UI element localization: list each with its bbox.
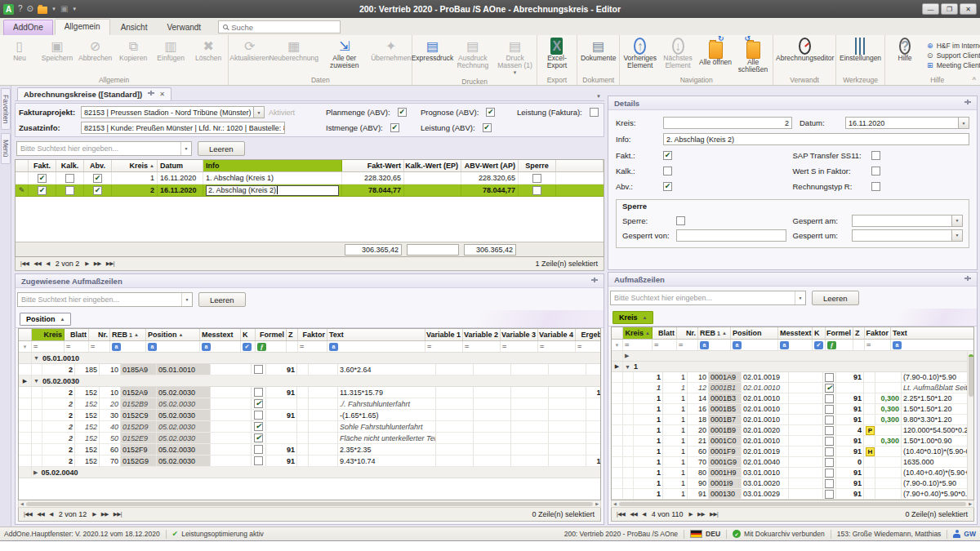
folder-dropdown-icon[interactable]: ▼: [51, 7, 56, 11]
headset-icon[interactable]: ⊙: [27, 5, 33, 13]
expand-group-icon[interactable]: ▶: [625, 353, 629, 359]
scrollbar-thumb[interactable]: [619, 502, 966, 506]
clear-search-button[interactable]: Leeren: [812, 291, 859, 305]
filter-cell-position[interactable]: a: [731, 340, 778, 350]
scroll-left-icon[interactable]: ◀: [19, 501, 25, 506]
scrollbar-thumb[interactable]: [969, 354, 973, 397]
table-row[interactable]: 11180001B702.01.0010910,3009.80*3.30*1.2…: [612, 415, 973, 425]
sidebar-tab-menue[interactable]: Menü: [1, 133, 11, 163]
abbrechen-button[interactable]: ⊘Abbrechen: [76, 36, 114, 75]
group-row[interactable]: ▼05.01.0010: [19, 353, 600, 364]
sperre-checkbox[interactable]: [532, 186, 541, 195]
chevron-down-icon[interactable]: ▼: [181, 293, 192, 306]
einfügen-button[interactable]: ▥Einfügen: [152, 36, 189, 75]
info-edit-input[interactable]: 2. Abschlag (Kreis 2): [206, 185, 339, 196]
column-header-kreis[interactable]: Kreis▲: [112, 160, 158, 171]
löschen-button[interactable]: ✖Löschen: [189, 36, 227, 75]
einstellungen-button[interactable]: Einstellungen: [837, 36, 884, 75]
row-checkbox[interactable]: [825, 426, 834, 435]
group-by-chip-kreis[interactable]: Kreis▲: [612, 311, 653, 324]
row-checkbox[interactable]: [825, 490, 834, 499]
prev-fast-button[interactable]: ◀◀: [31, 260, 43, 267]
horizontal-scrollbar[interactable]: ◀▶: [18, 500, 601, 508]
filter-cell-messtext[interactable]: a: [200, 341, 241, 352]
filter-cell-z[interactable]: [853, 340, 865, 350]
vorheriges-element-button[interactable]: ↑Vorheriges Element: [621, 36, 659, 75]
filter-cell-formel[interactable]: ƒ: [256, 341, 287, 352]
filter-cell-reb[interactable]: a: [698, 340, 731, 350]
clear-search-button[interactable]: Leeren: [198, 141, 245, 156]
column-header-var2[interactable]: Variable 2: [463, 329, 501, 340]
prev-fast-button[interactable]: ◀◀: [34, 511, 47, 518]
group-row[interactable]: ▶05.02.0040: [19, 467, 600, 478]
column-header-info[interactable]: Info: [203, 160, 342, 171]
column-header-faktor[interactable]: Faktor: [298, 329, 327, 340]
column-header-fakt-wert[interactable]: Fakt-Wert: [342, 160, 404, 171]
first-page-button[interactable]: |◀◀: [614, 511, 627, 518]
group-by-chip-position[interactable]: Position▲: [20, 313, 71, 326]
filter-cell-reb[interactable]: a: [110, 341, 146, 352]
alle-öffnen-button[interactable]: Alle öffnen: [697, 36, 734, 75]
collapse-group-icon[interactable]: ▼: [33, 378, 39, 384]
filter-cell-k[interactable]: ✔: [813, 340, 826, 350]
übernehmen-button[interactable]: ✦Übernehmen: [371, 36, 411, 75]
excel-export-button[interactable]: XExcel-Export: [538, 36, 576, 75]
row-checkbox[interactable]: [254, 388, 263, 397]
column-header-abv-wert[interactable]: ABV-Wert (AP): [461, 160, 519, 171]
filter-cell-faktor[interactable]: =: [298, 341, 327, 352]
next-page-button[interactable]: ▶: [82, 260, 91, 267]
row-checkbox[interactable]: [825, 384, 834, 393]
column-header-var1[interactable]: Variable 1: [425, 329, 463, 340]
leistung-abv-checkbox[interactable]: [483, 123, 492, 132]
column-header-datum[interactable]: Datum: [158, 160, 203, 171]
column-header-faktor[interactable]: Faktor: [865, 327, 891, 339]
gesperrt-am-field[interactable]: [852, 215, 953, 227]
close-window-button[interactable]: ✕: [960, 3, 977, 15]
fakturaprojekt-field[interactable]: 82153 | Preussen Stadion - Nord Tribüne …: [81, 106, 254, 118]
scrollbar-thumb[interactable]: [26, 502, 593, 506]
leistung-faktura-checkbox[interactable]: [590, 108, 599, 117]
istmenge-checkbox[interactable]: [390, 123, 399, 132]
column-header-kalk[interactable]: Kalk.: [56, 160, 84, 171]
column-header-reb[interactable]: REB1▲: [110, 329, 146, 340]
next-page-button[interactable]: ▶: [90, 511, 99, 518]
table-row[interactable]: 2152300152C905.02.003091-(1.65*1.65)-2,7…: [19, 410, 600, 421]
support-client-button[interactable]: ⊙Support Client: [927, 51, 980, 60]
ribbon-collapse-icon[interactable]: ^: [973, 76, 976, 84]
column-header-position[interactable]: Position▲: [146, 329, 200, 340]
info-field[interactable]: 2. Abschlag (Kreis 2): [663, 133, 969, 145]
save-icon[interactable]: ▣: [60, 5, 68, 13]
column-header-messtext[interactable]: Messtext: [200, 329, 241, 340]
wert-s-checkbox[interactable]: [871, 167, 880, 176]
column-header-messtext[interactable]: Messtext: [778, 327, 813, 339]
group-row[interactable]: ▶▼05.02.0030: [19, 375, 600, 387]
column-header-k[interactable]: K: [241, 329, 256, 340]
column-header-formel[interactable]: Formel: [826, 327, 853, 339]
first-page-button[interactable]: |◀◀: [18, 260, 31, 267]
rechnungstyp-checkbox[interactable]: [871, 182, 880, 191]
prev-page-button[interactable]: ◀: [47, 511, 56, 518]
filter-cell-formel[interactable]: ƒ: [826, 340, 853, 350]
row-checkbox[interactable]: [825, 469, 834, 478]
group-row[interactable]: ▶▼1: [612, 362, 973, 372]
column-header-text[interactable]: Text: [327, 329, 425, 340]
ausdruck-rechnung-button[interactable]: ▤Ausdruck Rechnung: [451, 36, 494, 77]
last-page-button[interactable]: ▶▶|: [111, 511, 124, 518]
table-row[interactable]: 119200013103.01.002991(10.40+0.40)*(5.90…: [612, 500, 973, 500]
minimize-button[interactable]: —: [922, 3, 939, 15]
table-row[interactable]: 11200001B902.01.00204P120.000*54.500*0.2…: [612, 425, 973, 436]
chevron-down-icon[interactable]: ▼: [180, 142, 191, 155]
column-header-fakt[interactable]: Fakt.: [29, 160, 56, 171]
column-header-z[interactable]: Z: [287, 329, 298, 340]
speichern-button[interactable]: ▣Speichern: [38, 36, 76, 75]
gesperrt-von-field[interactable]: [676, 229, 786, 242]
filter-cell-position[interactable]: a: [146, 341, 200, 352]
column-header-ergebnis[interactable]: Ergebnis: [576, 329, 601, 340]
next-fast-button[interactable]: ▶▶: [695, 511, 707, 518]
collapse-group-icon[interactable]: ▼: [33, 355, 39, 361]
fakturaprojekt-dropdown-icon[interactable]: ▼: [254, 106, 265, 118]
filter-cell-blatt[interactable]: =: [65, 341, 89, 352]
pin-icon[interactable]: [964, 276, 971, 283]
filter-cell-kreis[interactable]: =: [32, 341, 65, 352]
abv-checkbox[interactable]: [93, 186, 102, 195]
